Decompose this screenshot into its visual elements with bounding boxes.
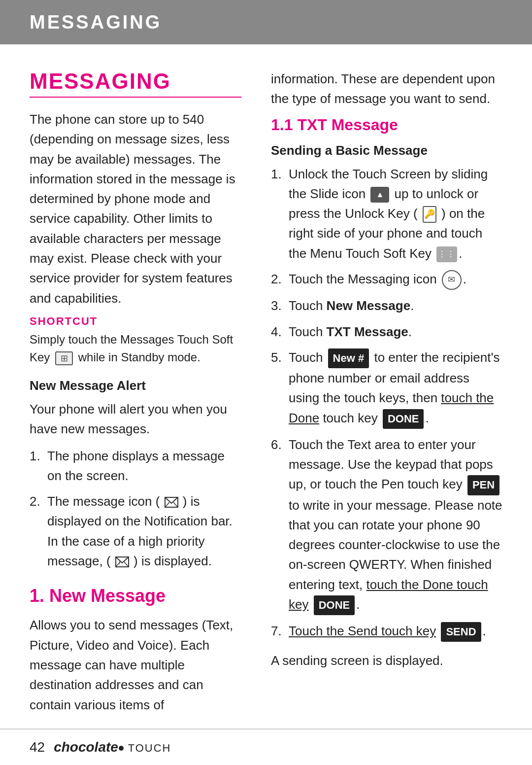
done-key-1: DONE	[383, 409, 424, 429]
header-title: MESSAGING	[30, 12, 162, 33]
new-message-text: Allows you to send messages (Text, Pictu…	[30, 615, 241, 714]
svg-line-2	[173, 502, 178, 507]
unlock-key-icon: 🔑	[423, 206, 436, 223]
envelope-priority-icon: !	[115, 556, 129, 567]
page-number: 42	[30, 739, 45, 755]
alert-list: 1. The phone displays a message on the s…	[30, 446, 241, 571]
new-message-heading: 1. New Message	[30, 586, 241, 606]
section-title: MESSAGING	[30, 69, 241, 98]
list-item: 3. Touch New Message.	[271, 296, 502, 315]
messaging-icon: ✉	[442, 270, 462, 290]
header-bar: MESSAGING	[0, 0, 532, 44]
brand-name: chocolate	[54, 739, 118, 755]
intro-text: The phone can store up to 540 (depending…	[30, 109, 241, 308]
envelope-icon	[165, 497, 178, 508]
svg-line-1	[165, 502, 169, 507]
shortcut-icon	[55, 351, 73, 365]
new-message-alert-text: Your phone will alert you when you have …	[30, 399, 241, 439]
footer: 42 chocolate TOUCH	[0, 729, 532, 765]
sending-basic-head: Sending a Basic Message	[271, 143, 502, 158]
brand-dot	[119, 746, 124, 751]
list-item: 1. Unlock the Touch Screen by sliding th…	[271, 164, 502, 263]
shortcut-box: SHORTCUT Simply touch the Messages Touch…	[30, 315, 241, 366]
right-intro: information. These are dependent upon th…	[271, 69, 502, 109]
txt-message-heading: 1.1 TXT Message	[271, 116, 502, 134]
done-key-2: DONE	[314, 595, 355, 615]
main-content: MESSAGING The phone can store up to 540 …	[0, 44, 532, 741]
brand: chocolate TOUCH	[54, 739, 171, 755]
list-item: 6. Touch the Text area to enter your mes…	[271, 435, 502, 615]
list-item: 1. The phone displays a message on the s…	[30, 446, 241, 486]
menu-soft-key-icon	[436, 246, 457, 262]
list-item: 4. Touch TXT Message.	[271, 322, 502, 342]
sending-note: A sending screen is displayed.	[271, 651, 502, 670]
right-column: information. These are dependent upon th…	[271, 69, 502, 722]
svg-text:!: !	[119, 561, 120, 566]
send-key: SEND	[441, 622, 481, 642]
list-item: 7. Touch the Send touch key SEND.	[271, 621, 502, 642]
list-item: 5. Touch New # to enter the recipient's …	[271, 348, 502, 429]
shortcut-label: SHORTCUT	[30, 315, 241, 328]
svg-line-5	[124, 562, 129, 567]
new-hash-key: New #	[328, 348, 369, 368]
pen-key: PEN	[467, 475, 499, 495]
new-message-alert-head: New Message Alert	[30, 378, 241, 393]
slide-icon	[370, 187, 389, 203]
list-item: 2. Touch the Messaging icon ✉.	[271, 269, 502, 290]
steps-list: 1. Unlock the Touch Screen by sliding th…	[271, 164, 502, 642]
brand-suffix: TOUCH	[128, 742, 171, 754]
left-column: MESSAGING The phone can store up to 540 …	[30, 69, 241, 722]
list-item: 2. The message icon ( ) is displayed on …	[30, 491, 241, 571]
shortcut-text: Simply touch the Messages Touch Soft Key…	[30, 331, 241, 366]
